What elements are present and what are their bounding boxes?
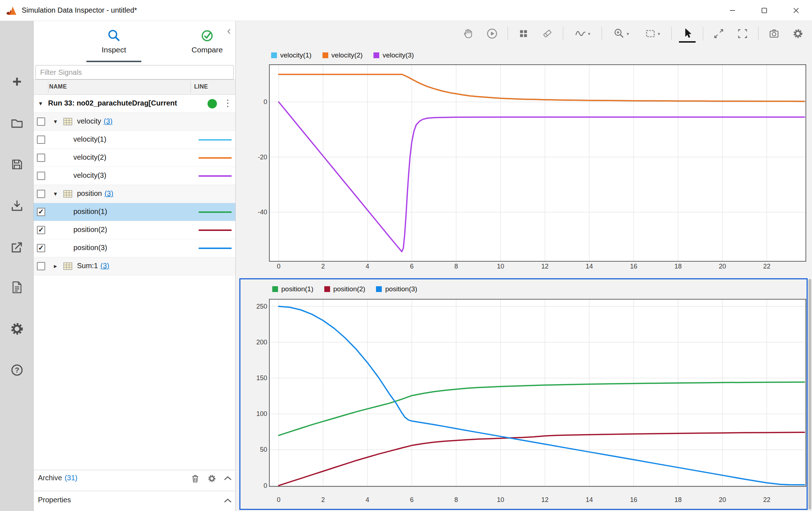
- collapse-caret-icon[interactable]: ▾: [39, 100, 42, 107]
- legend-item-position(2)[interactable]: position(2): [324, 285, 366, 293]
- group-row-Sum:1[interactable]: ▸Sum:1(3): [34, 257, 235, 275]
- svg-text:200: 200: [256, 339, 267, 346]
- subplot-layout-button[interactable]: [515, 25, 532, 42]
- checkbox-Sum:1[interactable]: [37, 262, 45, 270]
- sidebar: Inspect Compare ‹ NAME LINE: [34, 21, 236, 511]
- run-row[interactable]: ▾ Run 33: no02_parachuteDrag[Current ⋮: [34, 95, 235, 113]
- expand-button[interactable]: [710, 25, 727, 42]
- zoom-region-icon: [644, 27, 657, 40]
- selected-subplot[interactable]: position(1)position(2)position(3) 024681…: [239, 278, 808, 510]
- signal-style-button[interactable]: ▾: [570, 25, 594, 42]
- arrow-cursor-icon: [681, 27, 693, 40]
- collapse-caret-icon[interactable]: ▾: [54, 190, 57, 198]
- svg-text:4: 4: [366, 496, 369, 503]
- checkbox-velocity(1)[interactable]: [37, 136, 45, 144]
- archive-settings-button[interactable]: [207, 474, 217, 485]
- collapse-panel-icon[interactable]: ‹: [227, 25, 231, 36]
- svg-text:0: 0: [264, 98, 267, 106]
- preferences-button[interactable]: [9, 321, 25, 337]
- tab-inspect[interactable]: Inspect: [81, 25, 146, 62]
- signal-line-sample: [198, 175, 232, 177]
- zoom-region-button[interactable]: ▾: [640, 25, 664, 42]
- pan-hand-button[interactable]: [460, 25, 476, 42]
- run-menu-button[interactable]: ⋮: [223, 98, 232, 109]
- checkbox-velocity(2)[interactable]: [37, 154, 45, 162]
- legend-label: position(3): [385, 285, 417, 293]
- pan-hand-icon: [462, 27, 474, 40]
- signal-row-position(2)[interactable]: ✓position(2): [34, 221, 235, 239]
- dropdown-caret-icon: ▾: [658, 31, 660, 36]
- snapshot-button[interactable]: [766, 25, 782, 42]
- checkbox-velocity[interactable]: [37, 117, 45, 126]
- checkbox-position[interactable]: [37, 190, 45, 198]
- scrollbar-thumb[interactable]: [808, 279, 811, 510]
- maximize-button[interactable]: [748, 0, 780, 21]
- titlebar[interactable]: Simulation Data Inspector - untitled*: [0, 0, 812, 21]
- archive-count: (31): [65, 474, 78, 482]
- close-button[interactable]: [780, 0, 812, 21]
- import-button[interactable]: [9, 198, 25, 214]
- svg-text:20: 20: [719, 496, 726, 503]
- dropdown-caret-icon: ▾: [588, 31, 590, 36]
- svg-text:14: 14: [586, 263, 593, 270]
- gear-icon: [207, 474, 217, 483]
- legend-item-position(3)[interactable]: position(3): [376, 285, 417, 293]
- arrow-cursor-button[interactable]: [679, 25, 696, 43]
- signal-row-position(1)[interactable]: ✓position(1): [34, 203, 235, 221]
- archive-delete-button[interactable]: [191, 474, 200, 485]
- signal-count-link[interactable]: (3): [104, 117, 112, 125]
- replay-button[interactable]: [484, 25, 500, 42]
- minimize-button[interactable]: [717, 0, 748, 21]
- zoom-in-button[interactable]: ▾: [609, 25, 633, 42]
- legend-swatch: [324, 286, 330, 292]
- clear-plots-button[interactable]: [539, 25, 556, 42]
- fit-to-view-button[interactable]: [734, 25, 751, 42]
- export-arrow-icon: [9, 239, 25, 255]
- export-button[interactable]: [9, 239, 25, 256]
- legend-item-position(1)[interactable]: position(1): [272, 285, 313, 293]
- search-icon: [106, 29, 121, 43]
- group-row-velocity[interactable]: ▾velocity(3): [34, 113, 235, 131]
- minimize-icon: [730, 8, 735, 13]
- signal-count-link[interactable]: (3): [101, 262, 109, 270]
- svg-text:2: 2: [321, 263, 325, 270]
- properties-collapse-button[interactable]: [223, 498, 232, 505]
- signal-table-header: NAME LINE: [34, 80, 235, 95]
- signal-row-position(3)[interactable]: ✓position(3): [34, 239, 235, 257]
- archive-bar[interactable]: Archive(31): [34, 470, 235, 486]
- checkbox-position(2)[interactable]: ✓: [37, 226, 45, 234]
- document-icon: [9, 279, 25, 295]
- save-button[interactable]: [9, 156, 25, 173]
- signal-row-velocity(1)[interactable]: velocity(1): [34, 131, 235, 149]
- help-button[interactable]: ?: [9, 362, 25, 378]
- svg-text:6: 6: [410, 263, 414, 270]
- legend-swatch: [272, 286, 278, 292]
- run-status-dot: [208, 99, 217, 108]
- checkbox-position(3)[interactable]: ✓: [37, 244, 45, 252]
- checkbox-position(1)[interactable]: ✓: [37, 208, 45, 216]
- signal-line-sample: [198, 248, 232, 249]
- signal-label: position(2): [73, 226, 107, 234]
- velocity-plot[interactable]: 02468101214161820220-20-40: [251, 52, 808, 272]
- svg-text:?: ?: [15, 366, 19, 374]
- svg-text:22: 22: [763, 263, 770, 270]
- signal-row-velocity(2)[interactable]: velocity(2): [34, 149, 235, 167]
- properties-bar[interactable]: Properties: [34, 491, 235, 510]
- signal-line-sample: [198, 157, 232, 159]
- plot-toolbar: ▾ ▾ ▾: [460, 25, 806, 43]
- plot-settings-button[interactable]: [790, 25, 806, 42]
- group-row-position[interactable]: ▾position(3): [34, 185, 235, 203]
- signal-count-link[interactable]: (3): [104, 189, 113, 197]
- matrix-signal-icon: [63, 118, 72, 125]
- collapse-caret-icon[interactable]: ▾: [54, 118, 57, 125]
- expand-caret-icon[interactable]: ▸: [54, 262, 57, 270]
- position-plot[interactable]: 0246810121416182022050100150200250: [251, 295, 807, 510]
- archive-collapse-button[interactable]: [223, 475, 232, 482]
- open-button[interactable]: [9, 115, 25, 132]
- add-button[interactable]: [9, 73, 25, 90]
- chevron-up-icon: [223, 498, 232, 503]
- checkbox-velocity(3)[interactable]: [37, 172, 45, 180]
- filter-signals-input[interactable]: [35, 65, 234, 80]
- signal-row-velocity(3)[interactable]: velocity(3): [34, 167, 235, 185]
- report-button[interactable]: [9, 279, 25, 296]
